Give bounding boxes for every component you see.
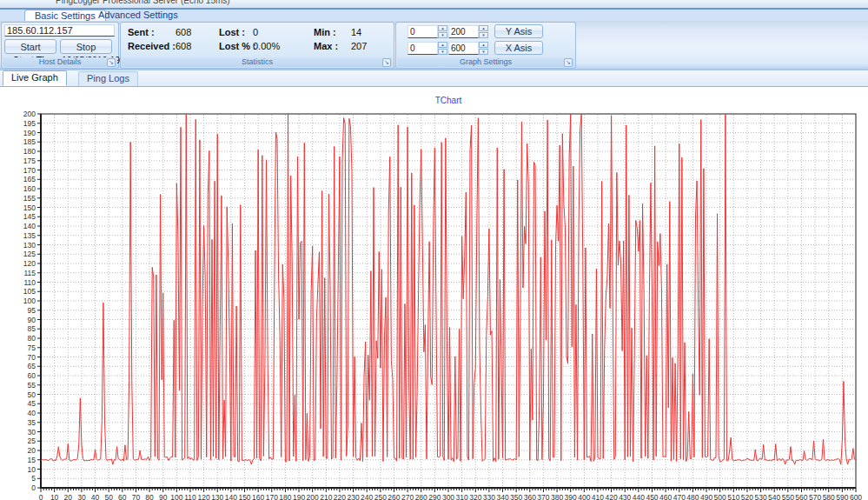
view-tab-bar: Live Graph Ping Logs (0, 70, 868, 87)
svg-text:440: 440 (633, 493, 645, 500)
y-axis-min-spinner: ▲ ▼ (407, 25, 446, 38)
titlebar: PingLogger Professional Server (Echo 15m… (0, 0, 868, 8)
chart-area: TChart 051015202530354045505560657075808… (0, 87, 868, 500)
svg-text:65: 65 (28, 362, 36, 370)
svg-text:105: 105 (23, 287, 36, 296)
svg-text:15: 15 (28, 456, 36, 464)
svg-text:50: 50 (28, 390, 36, 399)
lost-label: Lost : (219, 27, 245, 37)
spinner-down-button[interactable]: ▼ (479, 49, 488, 55)
x-axis-min-input[interactable] (407, 42, 438, 55)
svg-text:130: 130 (23, 241, 36, 250)
max-value: 207 (351, 41, 367, 51)
tab-ping-logs[interactable]: Ping Logs (78, 71, 138, 86)
svg-text:140: 140 (23, 222, 36, 230)
svg-text:490: 490 (700, 493, 712, 500)
svg-text:70: 70 (28, 353, 36, 362)
svg-text:180: 180 (23, 147, 36, 156)
svg-text:155: 155 (23, 194, 36, 203)
spinner-up-button[interactable]: ▲ (438, 42, 447, 48)
group-label-statistics: Statistics (242, 57, 273, 66)
svg-text:165: 165 (23, 175, 36, 183)
spinner-down-button[interactable]: ▼ (438, 49, 447, 55)
svg-text:30: 30 (28, 428, 36, 437)
svg-text:190: 190 (23, 129, 36, 137)
svg-text:125: 125 (23, 250, 36, 258)
dialog-launcher-icon[interactable]: ↘ (564, 58, 573, 67)
svg-text:480: 480 (686, 493, 699, 500)
group-footer-graph-settings: Graph Settings ↘ (397, 57, 574, 67)
svg-text:290: 290 (428, 493, 441, 500)
svg-text:390: 390 (565, 493, 577, 500)
svg-text:120: 120 (198, 493, 210, 500)
y-axis-min-input[interactable] (407, 25, 438, 38)
svg-text:95: 95 (28, 306, 36, 315)
svg-text:180: 180 (279, 493, 291, 500)
ribbon-tab-advanced-settings[interactable]: Advanced Settings (89, 10, 188, 20)
spinner-down-button[interactable]: ▼ (438, 32, 447, 38)
svg-text:600: 600 (850, 493, 862, 500)
spinner-up-button[interactable]: ▲ (479, 42, 488, 48)
svg-text:100: 100 (170, 493, 182, 500)
svg-text:330: 330 (483, 493, 495, 500)
svg-text:0: 0 (31, 483, 36, 492)
y-axis-max-input[interactable] (448, 25, 479, 38)
svg-text:260: 260 (388, 493, 400, 500)
spinner-up-button[interactable]: ▲ (438, 25, 447, 31)
group-graph-settings: ▲ ▼ ▲ ▼ Y Asis ▲ ▼ (395, 22, 576, 69)
svg-text:530: 530 (754, 493, 766, 500)
y-axis-max-spinner: ▲ ▼ (448, 25, 487, 38)
x-axis-button[interactable]: X Asis (494, 41, 543, 55)
svg-text:380: 380 (551, 493, 563, 500)
sent-value: 608 (176, 27, 191, 37)
svg-text:25: 25 (28, 437, 36, 445)
svg-text:500: 500 (714, 493, 726, 500)
svg-text:20: 20 (64, 493, 73, 500)
dialog-launcher-icon[interactable]: ↘ (107, 58, 116, 67)
lost-pct-label: Lost % : (219, 41, 256, 51)
svg-text:350: 350 (510, 493, 522, 500)
svg-text:340: 340 (496, 493, 508, 500)
svg-text:45: 45 (28, 399, 36, 408)
svg-text:510: 510 (727, 493, 739, 500)
svg-text:230: 230 (347, 493, 359, 500)
tab-live-graph[interactable]: Live Graph (3, 70, 67, 86)
start-button[interactable]: Start (4, 39, 56, 54)
dialog-launcher-icon[interactable]: ↘ (382, 58, 391, 67)
window-title: PingLogger Professional Server (Echo 15m… (56, 0, 230, 5)
x-axis-max-input[interactable] (448, 42, 479, 55)
svg-text:450: 450 (646, 493, 658, 500)
svg-text:135: 135 (23, 231, 36, 240)
svg-text:240: 240 (361, 493, 373, 500)
svg-text:145: 145 (23, 212, 36, 221)
svg-text:550: 550 (782, 493, 794, 500)
svg-text:120: 120 (23, 259, 36, 268)
spinner-down-button[interactable]: ▼ (479, 32, 488, 38)
max-label: Max : (314, 41, 338, 51)
received-value: 608 (176, 41, 191, 51)
svg-text:175: 175 (23, 157, 36, 165)
y-axis-button[interactable]: Y Asis (494, 24, 543, 38)
x-axis-min-spinner: ▲ ▼ (407, 42, 446, 55)
svg-text:30: 30 (77, 493, 86, 500)
svg-text:80: 80 (145, 493, 154, 500)
svg-text:80: 80 (28, 334, 36, 343)
svg-text:60: 60 (28, 371, 36, 380)
min-label: Min : (314, 27, 336, 37)
svg-text:130: 130 (211, 493, 223, 500)
svg-text:560: 560 (795, 493, 807, 500)
received-label: Received : (128, 41, 176, 51)
ribbon-tab-bar: Basic Settings Advanced Settings (0, 10, 868, 21)
svg-text:300: 300 (442, 493, 454, 500)
host-ip-input[interactable] (4, 24, 115, 37)
svg-text:310: 310 (456, 493, 468, 500)
svg-text:40: 40 (28, 409, 36, 417)
spinner-up-button[interactable]: ▲ (479, 25, 488, 31)
svg-text:90: 90 (28, 316, 36, 324)
svg-text:100: 100 (23, 297, 36, 305)
stop-button[interactable]: Stop (60, 39, 112, 54)
svg-text:270: 270 (401, 493, 414, 500)
svg-text:70: 70 (132, 493, 141, 500)
svg-text:60: 60 (118, 493, 127, 500)
svg-text:540: 540 (768, 493, 780, 500)
